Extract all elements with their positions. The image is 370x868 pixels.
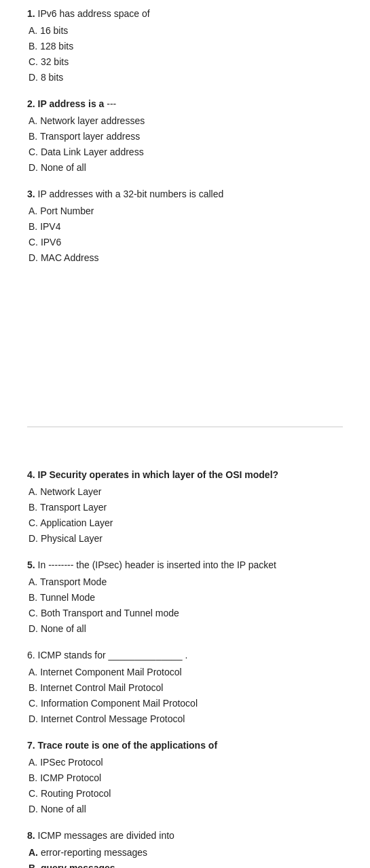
q7-option-b: B. ICMP Protocol bbox=[27, 771, 343, 785]
q8-body: ICMP messages are divided into bbox=[38, 830, 174, 841]
q3-option-c: C. IPV6 bbox=[27, 235, 343, 250]
q8-option-a: A. error-reporting messages bbox=[27, 846, 343, 860]
q1-option-d: D. 8 bits bbox=[27, 71, 343, 85]
q5-option-d: D. None of all bbox=[27, 622, 343, 636]
q8-a-label: A. bbox=[29, 847, 38, 858]
q1-body: IPv6 has address space of bbox=[38, 8, 150, 19]
question-5: 5. In -------- the (IPsec) header is ins… bbox=[27, 558, 343, 636]
q2-option-a: A. Network layer addresses bbox=[27, 114, 343, 128]
q6-option-b: B. Internet Control Mail Protocol bbox=[27, 681, 343, 695]
q4-option-a: A. Network Layer bbox=[27, 485, 343, 499]
q4-number-text: 4. IP Security operates in which layer o… bbox=[27, 469, 278, 480]
section-divider bbox=[27, 427, 343, 427]
q5-option-c: C. Both Transport and Tunnel mode bbox=[27, 606, 343, 620]
question-3-text: 3. IP addresses with a 32‑bit numbers is… bbox=[27, 187, 343, 201]
q4-option-c: C. Application Layer bbox=[27, 516, 343, 530]
q1-option-b: B. 128 bits bbox=[27, 39, 343, 54]
q2-dashes: --- bbox=[107, 98, 116, 109]
q2-number: 2. IP address is a bbox=[27, 98, 104, 109]
question-2: 2. IP address is a --- A. Network layer … bbox=[27, 97, 343, 175]
q7-option-d: D. None of all bbox=[27, 802, 343, 816]
q8-b-label: B. bbox=[29, 863, 41, 868]
part1-questions: 1. IPv6 has address space of A. 16 bits … bbox=[27, 7, 343, 265]
q4-option-d: D. Physical Layer bbox=[27, 532, 343, 546]
question-2-text: 2. IP address is a --- bbox=[27, 97, 343, 111]
q6-option-a: A. Internet Component Mail Protocol bbox=[27, 665, 343, 679]
question-6: 6. ICMP stands for ______________ . A. I… bbox=[27, 648, 343, 726]
q1-option-a: A. 16 bits bbox=[27, 24, 343, 38]
q3-option-a: A. Port Number bbox=[27, 204, 343, 218]
question-4-text: 4. IP Security operates in which layer o… bbox=[27, 468, 343, 482]
q2-option-d: D. None of all bbox=[27, 161, 343, 175]
question-6-text: 6. ICMP stands for ______________ . bbox=[27, 648, 343, 663]
q3-body: IP addresses with a 32‑bit numbers is ca… bbox=[38, 189, 224, 199]
q7-option-c: C. Routing Protocol bbox=[27, 787, 343, 801]
q5-option-a: A. Transport Mode bbox=[27, 575, 343, 589]
part2-questions: 4. IP Security operates in which layer o… bbox=[27, 468, 343, 868]
section-gap-2 bbox=[27, 441, 343, 468]
q1-a-label: A. bbox=[29, 25, 40, 36]
q5-body: In -------- the (IPsec) header is insert… bbox=[38, 559, 276, 570]
question-7-text: 7. Trace route is one of the application… bbox=[27, 738, 343, 753]
q2-option-c: C. Data Link Layer address bbox=[27, 145, 343, 159]
q6-body: ICMP stands for ______________ . bbox=[38, 650, 188, 660]
q1-c-label: C. bbox=[29, 56, 41, 67]
question-1: 1. IPv6 has address space of A. 16 bits … bbox=[27, 7, 343, 85]
q5-option-b: B. Tunnel Mode bbox=[27, 591, 343, 605]
q6-number: 6. bbox=[27, 650, 38, 660]
q1-option-c: C. 32 bits bbox=[27, 55, 343, 69]
q1-d-label: D. bbox=[29, 72, 41, 83]
question-3: 3. IP addresses with a 32‑bit numbers is… bbox=[27, 187, 343, 265]
question-7: 7. Trace route is one of the application… bbox=[27, 738, 343, 816]
question-4: 4. IP Security operates in which layer o… bbox=[27, 468, 343, 546]
q3-option-d: D. MAC Address bbox=[27, 251, 343, 265]
q7-option-a: A. IPSec Protocol bbox=[27, 755, 343, 770]
question-1-text: 1. IPv6 has address space of bbox=[27, 7, 343, 21]
q8-number: 8. bbox=[27, 830, 35, 841]
question-8: 8. ICMP messages are divided into A. err… bbox=[27, 829, 343, 868]
q8-option-b: B. query messages bbox=[27, 861, 343, 868]
q4-option-b: B. Transport Layer bbox=[27, 500, 343, 515]
q1-number: 1. bbox=[27, 8, 35, 19]
q3-number: 3. bbox=[27, 189, 35, 199]
q6-option-d: D. Internet Control Message Protocol bbox=[27, 712, 343, 726]
q1-b-label: B. bbox=[29, 41, 40, 52]
q2-option-b: B. Transport layer address bbox=[27, 130, 343, 144]
q7-number-text: 7. Trace route is one of the application… bbox=[27, 740, 217, 751]
q6-option-c: C. Information Component Mail Protocol bbox=[27, 696, 343, 711]
question-5-text: 5. In -------- the (IPsec) header is ins… bbox=[27, 558, 343, 572]
q5-number: 5. bbox=[27, 559, 35, 570]
question-8-text: 8. ICMP messages are divided into bbox=[27, 829, 343, 843]
q3-option-b: B. IPV4 bbox=[27, 220, 343, 234]
section-gap bbox=[27, 277, 343, 413]
page-container: 1. IPv6 has address space of A. 16 bits … bbox=[0, 0, 370, 868]
